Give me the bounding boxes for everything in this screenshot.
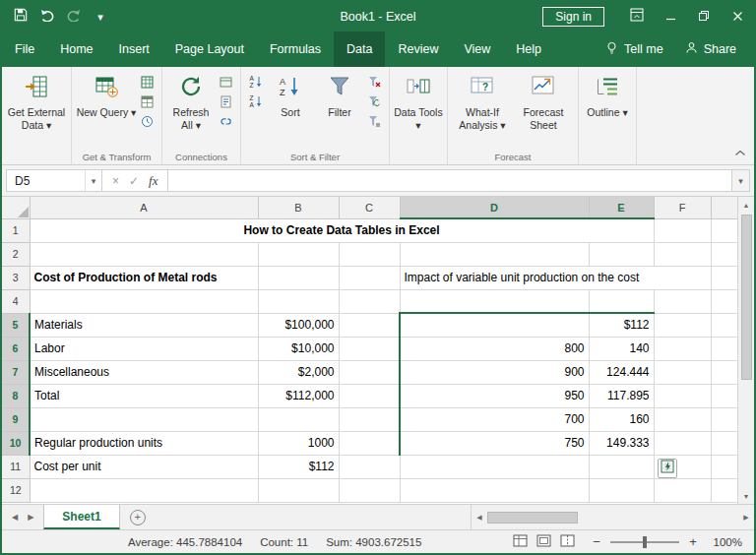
row-header[interactable]: 10 (2, 431, 30, 455)
zoom-slider[interactable] (610, 541, 679, 543)
row-header[interactable]: 11 (2, 455, 30, 478)
cell[interactable] (654, 218, 711, 242)
cancel-button[interactable]: × (112, 174, 119, 188)
cell[interactable]: Regular production units (30, 431, 258, 455)
cell[interactable] (258, 289, 339, 313)
row-header[interactable]: 7 (2, 360, 30, 384)
cell[interactable] (654, 337, 711, 360)
cell[interactable] (339, 431, 400, 455)
cell[interactable]: 124.444 (589, 360, 654, 384)
cell[interactable]: $112,000 (258, 384, 339, 407)
cell[interactable]: 900 (400, 360, 589, 384)
cell[interactable] (339, 384, 400, 407)
cell[interactable]: Labor (30, 337, 258, 360)
collapse-ribbon-button[interactable] (734, 143, 746, 160)
cell[interactable]: 140 (589, 337, 654, 360)
enter-button[interactable]: ✓ (129, 174, 139, 188)
zoom-level[interactable]: 100% (707, 536, 742, 548)
tab-file[interactable]: File (2, 31, 47, 67)
horizontal-scrollbar[interactable]: ◀ ▶ (471, 505, 754, 529)
get-external-data-button[interactable]: Get External Data ▾ (6, 72, 67, 131)
cell[interactable] (258, 407, 339, 431)
cell[interactable] (258, 478, 339, 502)
cell[interactable]: 800 (400, 337, 589, 360)
column-header-f[interactable]: F (654, 197, 711, 218)
new-query-button[interactable]: New Query ▾ (76, 72, 137, 119)
cell[interactable] (339, 337, 400, 360)
cell[interactable] (339, 455, 400, 478)
cell[interactable] (30, 289, 258, 313)
cell[interactable] (711, 478, 737, 502)
cell[interactable]: Total (30, 384, 258, 407)
cell[interactable]: 700 (400, 407, 589, 431)
zoom-slider-thumb[interactable] (643, 536, 647, 548)
horizontal-scroll-thumb[interactable] (487, 512, 578, 524)
cell[interactable]: $100,000 (258, 313, 339, 337)
tab-insert[interactable]: Insert (106, 31, 162, 67)
cell[interactable] (30, 478, 258, 502)
cell[interactable] (711, 289, 737, 313)
cell[interactable] (30, 242, 258, 266)
cell[interactable] (654, 242, 711, 266)
cell[interactable] (589, 289, 654, 313)
cell[interactable] (711, 360, 737, 384)
sheet-tab-sheet1[interactable]: Sheet1 (43, 505, 119, 529)
cell[interactable]: Cost per unit (30, 455, 258, 478)
cell[interactable] (654, 431, 711, 455)
column-header-a[interactable]: A (30, 197, 258, 218)
cell[interactable]: $112 (258, 455, 339, 478)
cell[interactable] (400, 455, 589, 478)
tab-formulas[interactable]: Formulas (257, 31, 334, 67)
cell[interactable] (711, 455, 737, 478)
row-header[interactable]: 3 (2, 266, 30, 289)
connections-button[interactable] (218, 76, 234, 91)
row-header[interactable]: 1 (2, 218, 30, 242)
cell-right-table-title[interactable]: Impact of variable unit production on th… (400, 266, 711, 289)
close-button[interactable] (721, 2, 754, 31)
page-layout-view-button[interactable] (534, 533, 553, 551)
cell[interactable]: 160 (589, 407, 654, 431)
cell[interactable] (711, 384, 737, 407)
sign-in-button[interactable]: Sign in (542, 7, 604, 27)
forecast-sheet-button[interactable]: Forecast Sheet (513, 72, 574, 131)
show-queries-button[interactable] (139, 76, 156, 91)
name-box[interactable]: D5 ▾ (6, 169, 102, 192)
scroll-track[interactable] (487, 505, 738, 529)
restore-button[interactable] (687, 2, 721, 31)
zoom-in-button[interactable]: + (687, 534, 699, 549)
tell-me-button[interactable]: Tell me (598, 31, 671, 67)
cell[interactable]: Materials (30, 313, 258, 337)
row-header[interactable]: 8 (2, 384, 30, 407)
zoom-out-button[interactable]: − (591, 534, 602, 549)
cell[interactable] (339, 478, 400, 502)
cell[interactable] (339, 266, 400, 289)
vertical-scroll-thumb[interactable] (741, 215, 752, 380)
cell[interactable]: $2,000 (258, 360, 339, 384)
qat-customize-button[interactable]: ▾ (92, 7, 109, 27)
row-header[interactable]: 6 (2, 337, 30, 360)
tab-page-layout[interactable]: Page Layout (162, 31, 257, 67)
cell[interactable] (654, 478, 711, 502)
cell[interactable] (589, 455, 654, 478)
cell[interactable] (654, 313, 711, 337)
sort-descending-button[interactable]: ZA (247, 95, 264, 110)
edit-links-button[interactable] (218, 115, 234, 130)
cell[interactable]: 1000 (258, 431, 339, 455)
scroll-down-icon[interactable]: ▼ (738, 488, 754, 504)
cell[interactable] (711, 218, 737, 242)
cell[interactable] (258, 242, 339, 266)
cell-left-table-title[interactable]: Cost of Production of Metal rods (30, 266, 258, 289)
cell[interactable] (711, 313, 737, 337)
cell[interactable] (654, 360, 711, 384)
row-header[interactable]: 2 (2, 242, 30, 266)
undo-button[interactable] (38, 7, 56, 27)
formula-input[interactable] (168, 169, 732, 192)
refresh-all-button[interactable]: Refresh All ▾ (166, 72, 216, 131)
cell[interactable] (400, 289, 589, 313)
cell[interactable]: Miscellaneous (30, 360, 258, 384)
cell[interactable] (589, 242, 654, 266)
scroll-up-icon[interactable]: ▲ (738, 197, 754, 213)
cell[interactable] (339, 289, 400, 313)
previous-sheet-icon[interactable]: ◀ (12, 513, 18, 522)
chevron-down-icon[interactable]: ▾ (86, 176, 101, 186)
